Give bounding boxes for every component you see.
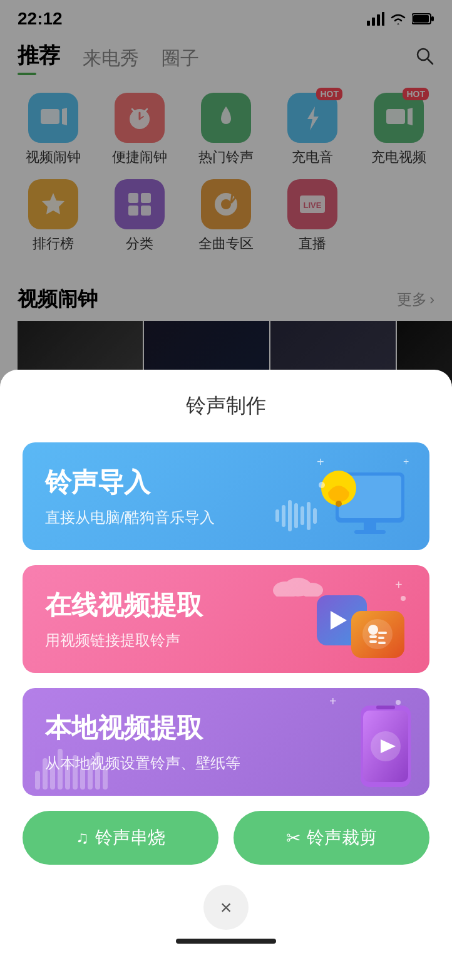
- svg-rect-49: [369, 635, 377, 638]
- card-art-phone: +: [323, 693, 417, 790]
- close-button-wrap: ×: [23, 885, 429, 930]
- bottom-buttons: ♫ 铃声串烧 ✂ 铃声裁剪: [23, 811, 429, 865]
- svg-rect-53: [369, 640, 377, 643]
- svg-point-47: [362, 619, 393, 649]
- svg-rect-50: [378, 632, 387, 634]
- card-online-video[interactable]: +: [23, 565, 429, 673]
- svg-rect-32: [354, 530, 386, 534]
- svg-text:+: +: [329, 694, 337, 708]
- ringtone-cut-button[interactable]: ✂ 铃声裁剪: [234, 811, 429, 865]
- card-art-computer: + +: [304, 447, 417, 544]
- svg-text:+: +: [317, 455, 324, 469]
- svg-point-43: [401, 596, 406, 601]
- modal-title: 铃声制作: [23, 392, 429, 420]
- card-ringtone-import[interactable]: + + 铃声导入 直接从电脑/酷狗音乐导入: [23, 442, 429, 550]
- ringtone-mix-button[interactable]: ♫ 铃声串烧: [23, 811, 218, 865]
- svg-rect-51: [378, 637, 384, 639]
- home-bar: [176, 939, 276, 944]
- svg-rect-60: [376, 706, 395, 709]
- svg-text:+: +: [395, 578, 403, 592]
- close-button[interactable]: ×: [203, 885, 249, 930]
- svg-rect-52: [378, 642, 386, 644]
- card-local-video[interactable]: +: [23, 688, 429, 796]
- music-note-icon: ♫: [76, 828, 89, 848]
- modal-sheet: 铃声制作: [0, 370, 452, 980]
- modal-overlay[interactable]: 铃声制作: [0, 0, 452, 980]
- svg-point-55: [396, 700, 401, 705]
- home-indicator: [23, 930, 429, 949]
- svg-rect-31: [364, 523, 376, 530]
- card-art-online: +: [304, 576, 417, 667]
- svg-point-48: [368, 625, 378, 635]
- svg-point-34: [336, 501, 342, 507]
- svg-text:+: +: [403, 456, 409, 467]
- svg-point-38: [319, 482, 325, 488]
- scissors-icon: ✂: [286, 828, 300, 848]
- close-icon: ×: [220, 896, 232, 919]
